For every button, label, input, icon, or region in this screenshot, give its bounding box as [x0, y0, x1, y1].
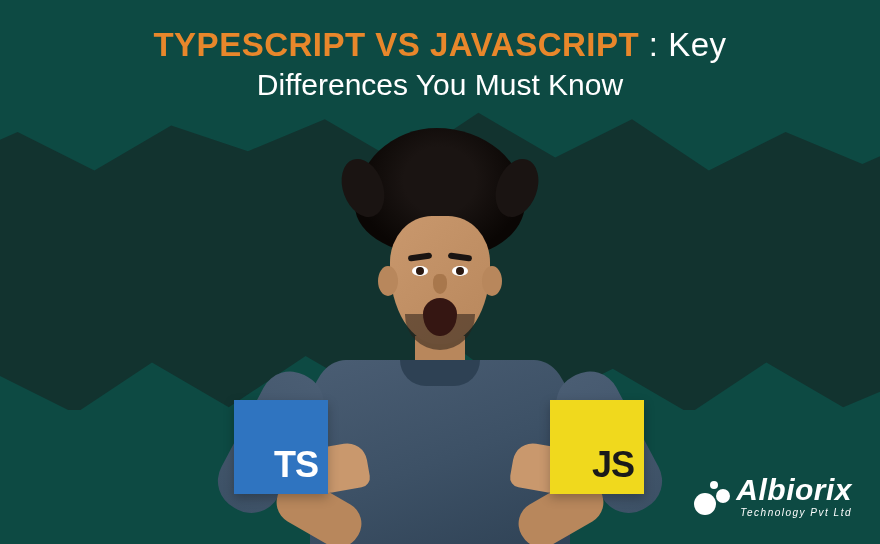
person-eye-left — [412, 266, 428, 276]
person-brow-left — [408, 252, 433, 261]
person-nose — [433, 274, 447, 294]
typescript-logo-text: TS — [274, 444, 318, 486]
brand-logo: Albiorix Technology Pvt Ltd — [692, 475, 852, 518]
headline-line2: Differences You Must Know — [0, 68, 880, 102]
person-eye-right — [452, 266, 468, 276]
brand-name: Albiorix — [736, 475, 852, 505]
brand-dot-large — [694, 493, 716, 515]
person-ear-left — [378, 266, 398, 296]
brand-text: Albiorix Technology Pvt Ltd — [736, 475, 852, 518]
promo-banner: TYPESCRIPT VS JAVASCRIPT : Key Differenc… — [0, 0, 880, 544]
headline-separator: : — [639, 26, 668, 63]
brand-dots-icon — [692, 477, 732, 517]
headline: TYPESCRIPT VS JAVASCRIPT : Key Differenc… — [0, 26, 880, 102]
person-brow-right — [448, 252, 473, 261]
person-face — [390, 216, 490, 344]
typescript-logo-card: TS — [234, 400, 328, 494]
javascript-logo-text: JS — [592, 444, 634, 486]
brand-dot-small — [710, 481, 718, 489]
brand-dot-medium — [716, 489, 730, 503]
headline-plain1: Key — [668, 26, 726, 63]
headline-line1: TYPESCRIPT VS JAVASCRIPT : Key — [0, 26, 880, 64]
person-ear-right — [482, 266, 502, 296]
headline-highlight: TYPESCRIPT VS JAVASCRIPT — [153, 26, 639, 63]
javascript-logo-card: JS — [550, 400, 644, 494]
brand-subtitle: Technology Pvt Ltd — [740, 507, 852, 518]
